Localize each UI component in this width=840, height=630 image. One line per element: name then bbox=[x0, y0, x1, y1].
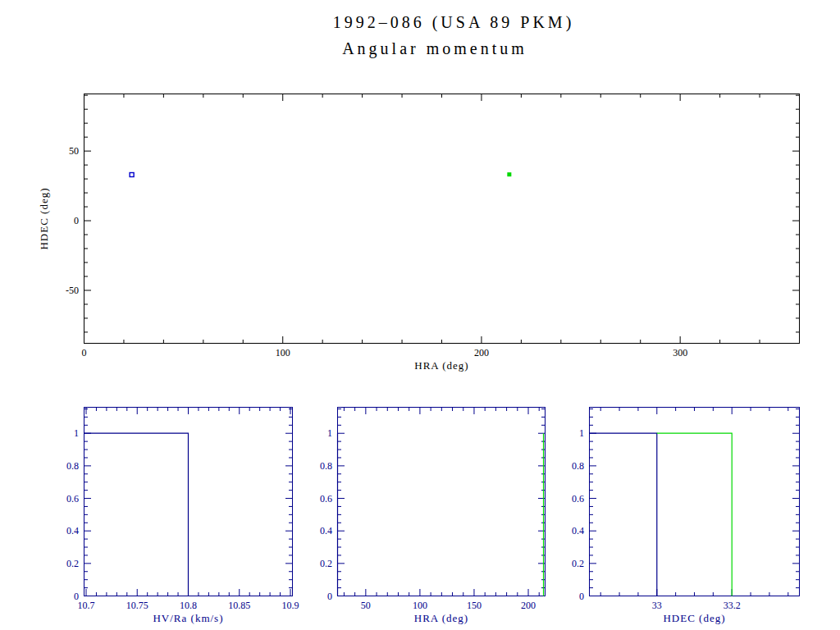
y-tick-label: 0 bbox=[74, 591, 79, 602]
green-object-step-line bbox=[657, 433, 732, 596]
y-tick-label: -50 bbox=[66, 285, 79, 296]
axis-ticks bbox=[590, 408, 799, 596]
x-tick-label: 300 bbox=[673, 347, 687, 358]
plot-page: 1992–086 (USA 89 PKM) Angular momentum 0… bbox=[0, 0, 840, 630]
y-tick-label: 0.2 bbox=[66, 558, 79, 569]
x-tick-label: 10.8 bbox=[180, 600, 197, 611]
blue-object-step-line bbox=[84, 433, 189, 596]
plot-frame bbox=[590, 408, 800, 596]
x-tick-label: 10.75 bbox=[126, 600, 148, 611]
y-axis-title: HDEC (deg) bbox=[38, 187, 50, 249]
x-tick-label: 33.2 bbox=[724, 600, 741, 611]
y-tick-label: 0.6 bbox=[320, 493, 332, 504]
x-axis-title: HRA (deg) bbox=[414, 612, 468, 624]
axis-labels: 3333.200.20.40.60.81HDEC (deg) bbox=[572, 427, 741, 624]
x-axis-title: HDEC (deg) bbox=[663, 612, 725, 624]
y-tick-label: 1 bbox=[74, 427, 79, 439]
y-tick-label: 0.2 bbox=[572, 558, 584, 569]
x-tick-label: 50 bbox=[361, 600, 371, 611]
hra-step-svg: 5010015020000.20.40.60.81HRA (deg) bbox=[337, 407, 546, 596]
x-tick-label: 150 bbox=[467, 600, 482, 611]
x-tick-label: 100 bbox=[276, 347, 290, 358]
blue-object-step-line bbox=[590, 433, 657, 596]
y-tick-label: 0 bbox=[327, 591, 332, 602]
y-tick-label: 0.8 bbox=[320, 460, 332, 472]
plot-frame bbox=[338, 408, 546, 596]
blue-object-marker bbox=[130, 173, 134, 177]
y-tick-label: 0.6 bbox=[66, 493, 79, 504]
axis-ticks bbox=[84, 94, 800, 343]
page-subtitle: Angular momentum bbox=[342, 39, 527, 58]
axis-labels: 0100200300-50050HRA (deg)HDEC (deg) bbox=[38, 145, 687, 372]
axis-ticks bbox=[338, 408, 545, 596]
y-tick-label: 1 bbox=[327, 427, 332, 439]
hdec-histogram-plot: 3333.200.20.40.60.81HDEC (deg) bbox=[589, 407, 800, 596]
main-scatter-plot: 0100200300-50050HRA (deg)HDEC (deg) bbox=[84, 94, 800, 344]
x-tick-label: 10.9 bbox=[282, 600, 299, 611]
x-tick-label: 10.7 bbox=[77, 600, 94, 611]
x-tick-label: 33 bbox=[652, 600, 662, 611]
x-axis-title: HV/Ra (km/s) bbox=[153, 612, 223, 624]
plot-frame bbox=[84, 94, 800, 344]
x-tick-label: 100 bbox=[413, 600, 427, 611]
y-tick-label: 50 bbox=[69, 145, 79, 157]
hra-histogram-plot: 5010015020000.20.40.60.81HRA (deg) bbox=[337, 407, 546, 596]
page-title: 1992–086 (USA 89 PKM) bbox=[333, 13, 575, 32]
hvra-step-svg: 10.710.7510.810.8510.900.20.40.60.81HV/R… bbox=[84, 407, 293, 596]
x-tick-label: 0 bbox=[82, 347, 87, 358]
y-tick-label: 0.6 bbox=[572, 493, 584, 504]
axis-labels: 10.710.7510.810.8510.900.20.40.60.81HV/R… bbox=[66, 427, 299, 624]
x-tick-label: 200 bbox=[474, 347, 489, 358]
x-tick-label: 200 bbox=[521, 600, 536, 611]
hdec-step-svg: 3333.200.20.40.60.81HDEC (deg) bbox=[589, 407, 800, 596]
y-tick-label: 0 bbox=[579, 591, 584, 602]
x-tick-label: 10.85 bbox=[228, 600, 250, 611]
y-tick-label: 0.2 bbox=[320, 558, 332, 569]
y-tick-label: 0.4 bbox=[66, 525, 79, 536]
y-tick-label: 0 bbox=[74, 215, 79, 226]
axis-labels: 5010015020000.20.40.60.81HRA (deg) bbox=[320, 427, 536, 624]
y-tick-label: 0.8 bbox=[572, 460, 584, 472]
x-axis-title: HRA (deg) bbox=[414, 359, 468, 372]
green-object-marker bbox=[507, 172, 511, 176]
main-scatter-svg: 0100200300-50050HRA (deg)HDEC (deg) bbox=[84, 94, 800, 344]
y-tick-label: 0.4 bbox=[572, 525, 584, 536]
y-tick-label: 0.8 bbox=[66, 460, 79, 472]
y-tick-label: 0.4 bbox=[320, 525, 332, 536]
y-tick-label: 1 bbox=[579, 427, 584, 439]
hvra-histogram-plot: 10.710.7510.810.8510.900.20.40.60.81HV/R… bbox=[84, 407, 293, 596]
